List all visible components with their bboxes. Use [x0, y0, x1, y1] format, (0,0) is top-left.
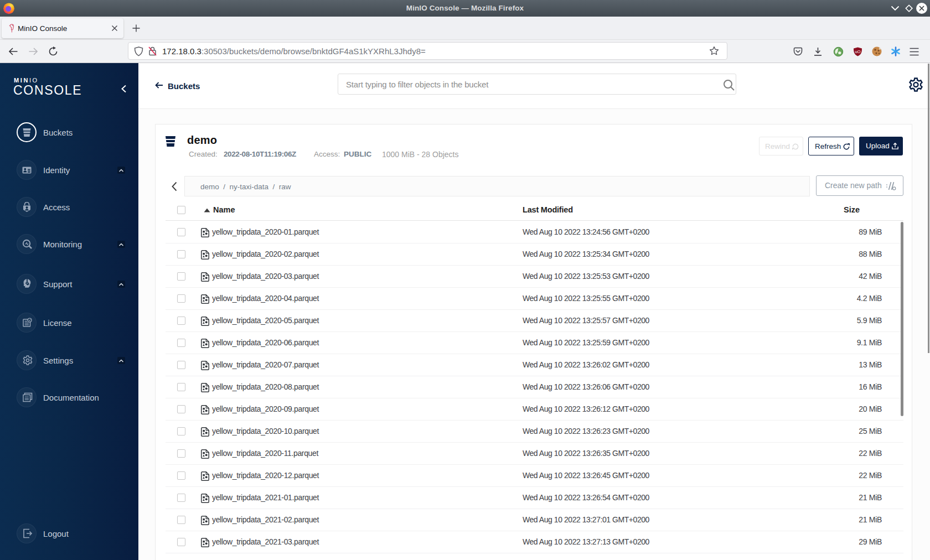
svg-text:uO: uO: [855, 49, 860, 54]
